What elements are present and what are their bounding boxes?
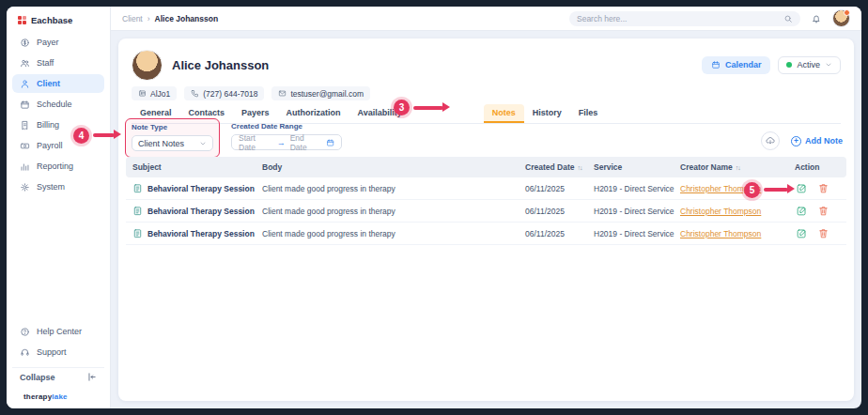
calendar-icon [326,138,334,147]
headset-icon [20,347,30,358]
app-window: Eachbase Payer Staff Client Schedule Bil… [7,7,861,408]
header-creator-name[interactable]: Creator Name↑↓ [680,162,795,172]
sort-icon[interactable]: ↑↓ [577,164,581,171]
footer-brand-part1: therapy [23,392,52,401]
status-dropdown[interactable]: Active [778,56,841,74]
tab-history[interactable]: History [524,104,570,123]
sidebar-item-client[interactable]: Client [12,74,104,93]
note-icon [132,183,143,193]
client-icon [20,79,30,89]
client-tabs: General Contacts Payers Authorization Av… [132,104,841,124]
sidebar-item-label: Billing [37,120,59,130]
plus-circle-icon: + [791,136,801,146]
sidebar: Eachbase Payer Staff Client Schedule Bil… [7,7,111,408]
date-range-picker[interactable]: Start Date → End Date [231,134,342,150]
sidebar-item-support[interactable]: Support [12,343,104,361]
service-cell: H2019 - Direct Service [594,184,680,193]
table-row: Behavioral Therapy Session Client made g… [126,177,846,200]
client-header: Alice Johansson Calendar Active [132,49,841,81]
sort-icon[interactable]: ↑↓ [736,164,740,171]
sidebar-item-payer[interactable]: Payer [12,33,104,52]
body-cell: Client made good progress in therapy [262,229,525,238]
edit-note-button[interactable] [795,205,808,218]
payroll-icon [20,141,30,151]
tab-authorization[interactable]: Authorization [278,104,349,123]
tab-notes[interactable]: Notes [484,104,524,123]
collapse-icon [86,372,97,382]
chevron-down-icon [825,61,832,69]
created-date-cell: 06/11/2025 [525,184,594,193]
edit-icon [796,205,808,217]
edit-icon [796,227,808,239]
note-type-filter-highlight: Note Type Client Notes [125,118,220,158]
schedule-icon [20,100,30,110]
eachbase-logo-icon [18,16,26,24]
subject-cell: Behavioral Therapy Session [126,228,262,238]
tab-files[interactable]: Files [570,104,607,123]
add-note-button[interactable]: + Add Note [791,136,843,146]
sidebar-item-reporting[interactable]: Reporting [12,157,104,176]
header-subject: Subject [126,162,262,172]
client-name: Alice Johansson [172,58,269,72]
client-avatar [132,50,163,81]
action-cell [795,205,846,218]
sidebar-item-label: Payroll [37,141,63,150]
header-created-date[interactable]: Created Date↑↓ [525,162,594,172]
delete-note-button[interactable] [816,182,829,195]
notes-table: Subject Body Created Date↑↓ Service Crea… [126,157,846,245]
breadcrumb-parent[interactable]: Client [122,14,143,23]
brand-name: Eachbase [31,15,72,25]
creator-link[interactable]: Christopher Thompson [680,229,761,238]
help-icon [20,327,30,337]
breadcrumb: Client › Alice Johansson [122,14,218,23]
sidebar-item-label: Staff [37,58,54,68]
sidebar-nav: Payer Staff Client Schedule Billing Payr… [7,31,110,198]
gear-icon [20,182,30,192]
sidebar-item-help-center[interactable]: Help Center [12,322,104,341]
mail-icon [278,89,287,98]
edit-note-button[interactable] [795,182,808,195]
annotation-arrow-5 [764,188,788,192]
subject-cell: Behavioral Therapy Session [126,183,262,193]
client-info-chips: AlJo1 (727) 644-7018 testuser@gmail.com [132,86,370,100]
sidebar-collapse-button[interactable]: Collapse [12,367,104,386]
search-icon [783,14,793,23]
header-service: Service [594,162,680,172]
sidebar-item-schedule[interactable]: Schedule [12,95,104,114]
search-input[interactable] [577,14,778,23]
sidebar-item-label: Support [37,347,67,357]
sidebar-item-payroll[interactable]: Payroll [12,136,104,155]
notifications-button[interactable] [808,10,825,27]
end-date-placeholder[interactable]: End Date [290,133,321,152]
notes-toolbar: + Add Note [761,131,843,150]
reporting-icon [20,161,30,172]
start-date-placeholder[interactable]: Start Date [239,133,272,152]
delete-note-button[interactable] [816,227,829,240]
note-type-label: Note Type [132,123,213,131]
tab-payers[interactable]: Payers [233,104,278,123]
export-button[interactable] [761,131,780,150]
sidebar-item-label: Schedule [37,100,72,109]
sidebar-item-billing[interactable]: Billing [12,115,104,134]
cloud-download-icon [765,135,776,146]
calendar-button[interactable]: Calendar [702,56,771,74]
sidebar-item-system[interactable]: System [12,177,104,196]
client-code: AlJo1 [150,89,170,99]
date-range-filter: Created Date Range Start Date → End Date [231,122,342,150]
created-date-cell: 06/11/2025 [525,229,594,238]
user-avatar[interactable] [832,9,850,27]
sidebar-item-staff[interactable]: Staff [12,54,104,72]
delete-note-button[interactable] [816,205,829,218]
main-content: Alice Johansson Calendar Active [111,31,861,408]
edit-note-button[interactable] [795,227,808,240]
sidebar-bottom: Help Center Support Collapse therapylake [7,318,110,408]
service-cell: H2019 - Direct Service [594,207,680,216]
annotation-arrow-3 [413,106,443,110]
note-type-value: Client Notes [138,139,184,148]
creator-link[interactable]: Christopher Thompson [680,207,761,216]
global-search[interactable] [569,11,800,26]
note-type-dropdown[interactable]: Client Notes [132,135,213,151]
top-header: Client › Alice Johansson [111,7,861,31]
therapylake-logo: therapylake [12,388,104,403]
trash-icon [817,227,829,239]
